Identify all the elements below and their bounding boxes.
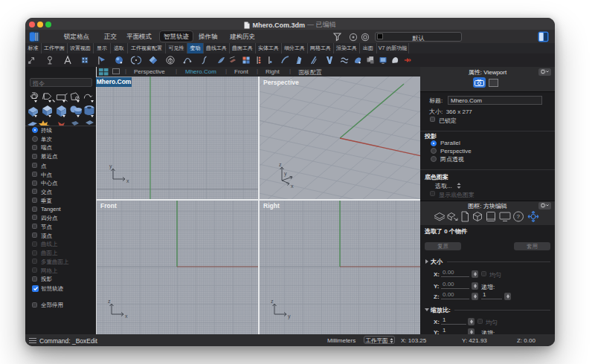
svg-text:y: y [288, 313, 291, 319]
svg-text:?: ? [517, 213, 521, 220]
svg-text:y: y [109, 163, 112, 169]
svg-text:x: x [125, 313, 128, 319]
svg-text:z: z [108, 299, 111, 304]
svg-text:z: z [271, 299, 274, 304]
svg-text:y: y [284, 171, 287, 177]
svg-text:x: x [291, 183, 294, 189]
svg-text:x: x [126, 178, 129, 183]
svg-text:z: z [279, 162, 282, 167]
